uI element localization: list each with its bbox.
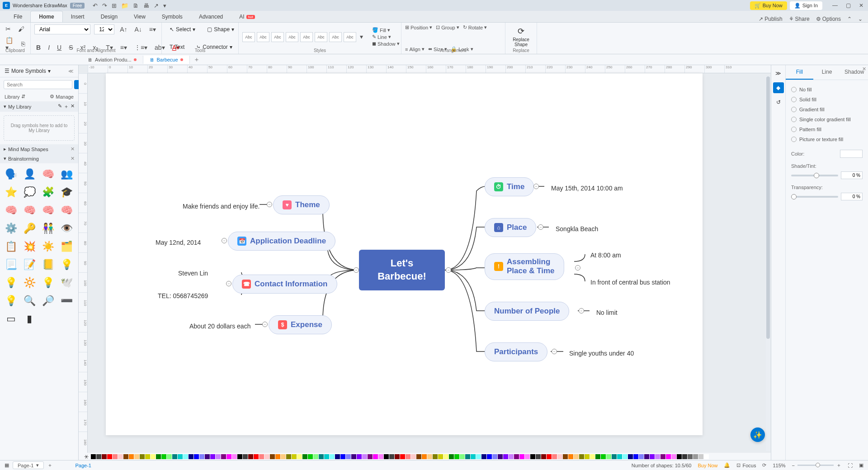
menu-ai[interactable]: AI hot bbox=[231, 11, 263, 22]
symbol-head-green[interactable]: 🗣️ bbox=[4, 167, 18, 181]
connector-dot[interactable]: − bbox=[575, 265, 580, 271]
color-swatch[interactable] bbox=[406, 454, 410, 459]
symbol-dash[interactable]: ➖ bbox=[60, 294, 74, 308]
color-swatch[interactable] bbox=[167, 454, 172, 459]
color-swatch[interactable] bbox=[161, 454, 166, 459]
ribbon-expand-icon[interactable]: ⌃ bbox=[847, 16, 852, 22]
canvas-page[interactable]: Let's Barbecue! ♥Theme − Make friends an… bbox=[106, 73, 703, 435]
color-swatch[interactable] bbox=[438, 454, 443, 459]
color-swatch[interactable] bbox=[302, 454, 307, 459]
style-3[interactable]: Abc bbox=[271, 32, 284, 42]
symbol-list[interactable]: 📃 bbox=[4, 257, 18, 272]
style-8[interactable]: Abc bbox=[344, 32, 356, 42]
zoom-slider[interactable] bbox=[797, 465, 834, 466]
color-swatch[interactable] bbox=[335, 454, 340, 459]
symbol-note[interactable]: 📋 bbox=[4, 239, 18, 254]
refresh-icon[interactable]: ⟳ bbox=[762, 462, 766, 468]
mylib-dropzone[interactable]: Drag symbols here to add to My Library bbox=[4, 115, 75, 141]
status-bell-icon[interactable]: 🔔 bbox=[724, 462, 730, 468]
color-swatch[interactable] bbox=[595, 454, 600, 459]
zoom-value[interactable]: 115% bbox=[773, 463, 785, 468]
color-swatch[interactable] bbox=[416, 454, 421, 459]
fill-option-picture[interactable]: Picture or texture fill bbox=[791, 134, 863, 144]
symbol-bulb-3[interactable]: 💡 bbox=[41, 275, 56, 290]
decrease-font-icon[interactable]: A↓ bbox=[132, 25, 143, 34]
shade-input[interactable] bbox=[841, 171, 863, 179]
node-theme[interactable]: ♥Theme bbox=[273, 195, 330, 214]
symbol-rect[interactable]: ▭ bbox=[4, 312, 18, 326]
align-icon[interactable]: ≡▾ bbox=[147, 25, 158, 34]
node-contact[interactable]: ☎Contact Information bbox=[232, 275, 337, 294]
symbol-checklist[interactable]: 📝 bbox=[22, 257, 37, 272]
color-swatch[interactable] bbox=[601, 454, 606, 459]
color-swatch[interactable] bbox=[688, 454, 693, 459]
color-swatch[interactable] bbox=[151, 454, 156, 459]
options-button[interactable]: ⚙Options bbox=[816, 16, 841, 22]
fill-option-pattern[interactable]: Pattern fill bbox=[791, 124, 863, 134]
color-swatch[interactable] bbox=[373, 454, 378, 459]
color-swatch[interactable] bbox=[243, 454, 248, 459]
color-swatch[interactable] bbox=[134, 454, 139, 459]
color-swatch[interactable] bbox=[389, 454, 394, 459]
ribbon-collapse-icon[interactable]: ⌄ bbox=[858, 16, 863, 22]
color-swatch[interactable] bbox=[660, 454, 665, 459]
symbol-card[interactable]: 🗂️ bbox=[60, 239, 74, 254]
sidebar-title[interactable]: ☰ More Symbols▾ bbox=[5, 68, 51, 74]
color-swatch[interactable] bbox=[623, 454, 627, 459]
color-swatch[interactable] bbox=[574, 454, 579, 459]
color-swatch[interactable] bbox=[563, 454, 568, 459]
style-5[interactable]: Abc bbox=[300, 32, 313, 42]
color-swatch[interactable] bbox=[568, 454, 573, 459]
menu-advanced[interactable]: Advanced bbox=[191, 11, 231, 22]
shadow-btn[interactable]: ◼Shadow▾ bbox=[372, 41, 400, 47]
node-place[interactable]: ⌂Place bbox=[485, 218, 536, 237]
copy-icon[interactable]: ⎘ bbox=[19, 39, 27, 48]
color-swatch[interactable] bbox=[547, 454, 552, 459]
doctab-barbecue[interactable]: 🗎 Barbecue bbox=[143, 56, 190, 64]
menu-file[interactable]: File bbox=[5, 11, 30, 22]
color-swatch[interactable] bbox=[189, 454, 193, 459]
position-btn[interactable]: ⊞ Position▾ bbox=[405, 24, 432, 30]
color-swatch[interactable] bbox=[194, 454, 199, 459]
fit-page-icon[interactable]: ⛶ bbox=[848, 463, 853, 468]
color-swatch[interactable] bbox=[677, 454, 682, 459]
color-swatch[interactable] bbox=[172, 454, 177, 459]
style-6[interactable]: Abc bbox=[315, 32, 327, 42]
symbol-head-blue[interactable]: 🎓 bbox=[60, 185, 74, 199]
symbol-head-gear[interactable]: 🧠 bbox=[41, 167, 56, 181]
color-swatch[interactable] bbox=[362, 454, 367, 459]
symbol-brain-1[interactable]: 🧠 bbox=[4, 203, 18, 218]
color-swatch[interactable] bbox=[585, 454, 590, 459]
color-swatch[interactable] bbox=[156, 454, 161, 459]
buy-now-button[interactable]: 🛒 Buy Now bbox=[750, 1, 787, 10]
color-swatch[interactable] bbox=[536, 454, 541, 459]
color-swatch[interactable] bbox=[422, 454, 427, 459]
style-gallery[interactable]: Abc Abc Abc Abc Abc Abc Abc Abc ▾ bbox=[242, 32, 365, 42]
section-close-icon[interactable]: ✕ bbox=[71, 156, 75, 161]
color-swatch[interactable] bbox=[704, 454, 709, 459]
leaf-number-1[interactable]: No limit bbox=[592, 306, 622, 319]
color-swatch[interactable] bbox=[411, 454, 416, 459]
mindmap-shapes-section[interactable]: ▸ Mind Map Shapes✕ bbox=[0, 144, 78, 154]
color-swatch[interactable] bbox=[292, 454, 297, 459]
leaf-contact-1[interactable]: Steven Lin bbox=[174, 267, 212, 280]
color-swatch[interactable] bbox=[330, 454, 335, 459]
doctab-aviation[interactable]: 🗎 Aviation Produ... bbox=[81, 56, 143, 64]
color-swatch[interactable] bbox=[319, 454, 324, 459]
color-swatch[interactable] bbox=[606, 454, 611, 459]
color-swatch[interactable] bbox=[123, 454, 128, 459]
color-swatch[interactable] bbox=[286, 454, 291, 459]
color-swatch[interactable] bbox=[140, 454, 145, 459]
color-swatch[interactable] bbox=[443, 454, 448, 459]
leaf-participants-1[interactable]: Single youths under 40 bbox=[565, 347, 638, 360]
color-swatch[interactable] bbox=[129, 454, 134, 459]
color-swatch[interactable] bbox=[427, 454, 432, 459]
fullscreen-icon[interactable]: ▣ bbox=[859, 462, 863, 468]
color-swatch[interactable] bbox=[433, 454, 438, 459]
color-swatch[interactable] bbox=[655, 454, 660, 459]
add-tab-button[interactable]: ＋ bbox=[190, 54, 203, 65]
node-participants[interactable]: Participants bbox=[485, 342, 547, 361]
symbol-sun[interactable]: ☀️ bbox=[41, 239, 56, 254]
color-swatch[interactable] bbox=[650, 454, 655, 459]
close-button[interactable]: ✕ bbox=[857, 1, 865, 9]
